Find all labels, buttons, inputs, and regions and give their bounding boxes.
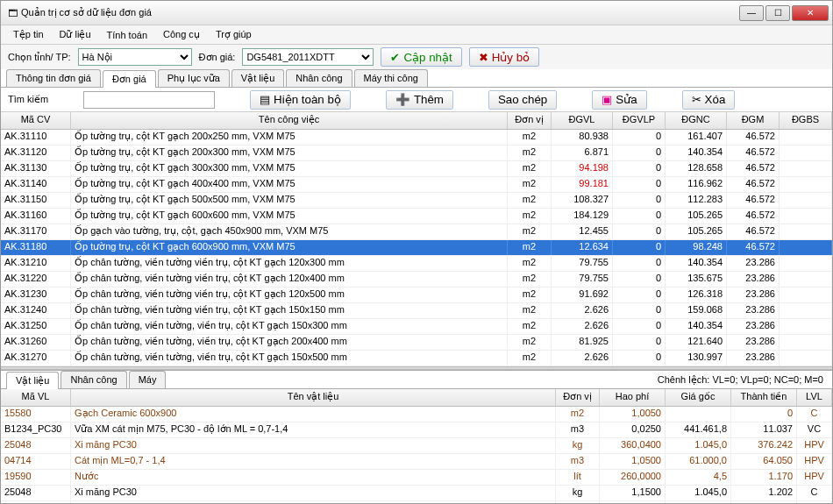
chenh-lech-info: Chênh lệch: VL=0; VLp=0; NC=0; M=0 <box>658 374 832 386</box>
col-dgvlp[interactable]: ĐGVLP <box>613 112 666 129</box>
minimize-button[interactable]: — <box>739 5 764 21</box>
material-row[interactable]: 25048Xi măng PC30kg1,15001.045,01.202C <box>1 486 832 501</box>
col-thanhtien[interactable]: Thành tiền <box>731 389 797 406</box>
col-donvi[interactable]: Đơn vị <box>508 112 552 129</box>
menu-công cụ[interactable]: Công cụ <box>156 27 207 42</box>
topbar: Chọn tỉnh/ TP: Hà Nội Đơn giá: DG5481_20… <box>1 45 832 69</box>
window-title: 🗔 Quản trị cơ sở dữ liệu đơn giá <box>4 7 739 18</box>
main-grid: Mã CV Tên công việc Đơn vị ĐGVL ĐGVLP ĐG… <box>1 112 832 366</box>
col-tenvl[interactable]: Tên vật liệu <box>71 389 556 406</box>
menu-trợ giúp[interactable]: Trợ giúp <box>209 27 259 42</box>
plus-icon: ➕ <box>395 93 410 106</box>
detail-grid-header: Mã VL Tên vật liệu Đơn vị Hao phí Giá gố… <box>1 389 832 407</box>
col-haophi[interactable]: Hao phí <box>600 389 666 406</box>
col-lvl[interactable]: LVL <box>797 389 832 406</box>
menu-dữ liệu[interactable]: Dữ liệu <box>53 27 98 42</box>
material-row[interactable]: B1234_PC30Vữa XM cát mịn M75, PC30 - độ … <box>1 422 832 438</box>
window: 🗔 Quản trị cơ sở dữ liệu đơn giá — ☐ ✕ T… <box>0 0 833 504</box>
table-row[interactable]: AK.31160Ốp tường trụ, cột KT gạch 600x60… <box>1 209 832 224</box>
province-label: Chọn tỉnh/ TP: <box>8 52 71 63</box>
app-icon: 🗔 <box>8 8 18 18</box>
close-button[interactable]: ✕ <box>792 5 829 21</box>
table-row[interactable]: AK.31170Ốp gạch vào tường, trụ, cột, gạc… <box>1 224 832 240</box>
table-row[interactable]: AK.31250Ốp chân tường, viền tường, viền … <box>1 319 832 335</box>
tab-1[interactable]: Đơn giá <box>103 70 156 88</box>
col-giagoc[interactable]: Giá gốc <box>666 389 731 406</box>
tab-3[interactable]: Vật liệu <box>231 69 284 87</box>
detail-grid-body[interactable]: 15580Gạch Ceramic 600x900m21,00500CB1234… <box>1 407 832 503</box>
menu-tính toán[interactable]: Tính toán <box>100 28 154 42</box>
material-row[interactable]: 25082Xi măng trắngkg0,13002.081,0271C <box>1 501 832 503</box>
maximize-button[interactable]: ☐ <box>765 5 790 21</box>
material-row[interactable]: 04714Cát mịn ML=0,7 - 1,4m31,050061.000,… <box>1 454 832 470</box>
tab-2[interactable]: Phụ lục vữa <box>158 69 230 87</box>
table-row[interactable]: AK.31220Ốp chân tường, viền tường viền t… <box>1 272 832 287</box>
window-controls: — ☐ ✕ <box>739 5 829 21</box>
col-dgnc[interactable]: ĐGNC <box>666 112 727 129</box>
col-macv[interactable]: Mã CV <box>1 112 71 129</box>
table-row[interactable]: AK.31260Ốp chân tường, viền tường, viền … <box>1 335 832 351</box>
material-row[interactable]: 15580Gạch Ceramic 600x900m21,00500C <box>1 407 832 422</box>
dongia-label: Đơn giá: <box>199 52 236 63</box>
tab-5[interactable]: Máy thi công <box>354 69 428 87</box>
material-row[interactable]: 19590Nướclít260,00004,51.170HPV <box>1 470 832 486</box>
tab-0[interactable]: Thông tin đơn giá <box>6 69 101 87</box>
table-row[interactable]: AK.31130Ốp tường trụ, cột KT gạch 300x30… <box>1 161 832 177</box>
grid-header: Mã CV Tên công việc Đơn vị ĐGVL ĐGVLP ĐG… <box>1 112 832 130</box>
update-button[interactable]: ✔Cập nhật <box>381 47 461 67</box>
table-row[interactable]: AK.31270Ốp chân tường, viền tường, viền … <box>1 351 832 366</box>
menubar: Tệp tinDữ liệuTính toánCông cụTrợ giúp <box>1 25 832 45</box>
detail-tabs: Vật liệuNhân côngMáy Chênh lệch: VL=0; V… <box>1 370 832 389</box>
col-tencv[interactable]: Tên công việc <box>71 112 508 129</box>
edit-icon: ▣ <box>602 93 612 106</box>
col-donvi2[interactable]: Đơn vị <box>556 389 600 406</box>
showall-button[interactable]: ▤Hiện toàn bộ <box>250 90 351 110</box>
x-icon: ✖ <box>479 51 488 64</box>
edit-button[interactable]: ▣Sửa <box>592 90 646 110</box>
toolbar: Tìm kiếm ▤Hiện toàn bộ ➕Thêm Sao chép ▣S… <box>1 88 832 112</box>
table-row[interactable]: AK.31120Ốp tường trụ, cột KT gạch 200x30… <box>1 146 832 161</box>
cancel-button[interactable]: ✖Hủy bỏ <box>469 47 539 67</box>
province-select[interactable]: Hà Nội <box>78 48 192 66</box>
add-button[interactable]: ➕Thêm <box>386 90 453 110</box>
col-mavl[interactable]: Mã VL <box>1 389 71 406</box>
search-input[interactable] <box>83 91 215 109</box>
menu-tệp tin[interactable]: Tệp tin <box>6 27 51 42</box>
delete-button[interactable]: ✂Xóa <box>682 90 736 110</box>
material-row[interactable]: 25048Xi măng PC30kg360,04001.045,0376.24… <box>1 438 832 454</box>
titlebar: 🗔 Quản trị cơ sở dữ liệu đơn giá — ☐ ✕ <box>1 1 832 25</box>
col-dgbs[interactable]: ĐGBS <box>780 112 832 129</box>
table-row[interactable]: AK.31150Ốp tường trụ, cột KT gạch 500x50… <box>1 193 832 209</box>
detail-tab-1[interactable]: Nhân công <box>61 371 126 388</box>
table-row[interactable]: AK.31140Ốp tường trụ, cột KT gạch 400x40… <box>1 177 832 193</box>
main-tabs: Thông tin đơn giáĐơn giáPhụ lục vữaVật l… <box>1 69 832 88</box>
delete-icon: ✂ <box>692 93 701 106</box>
dongia-select[interactable]: DG5481_2011XDTT <box>242 48 374 66</box>
search-label: Tìm kiếm <box>8 94 48 105</box>
col-dgm[interactable]: ĐGM <box>727 112 780 129</box>
copy-button[interactable]: Sao chép <box>488 90 557 110</box>
table-row[interactable]: AK.31230Ốp chân tường, viền tường viền t… <box>1 287 832 303</box>
detail-grid: Mã VL Tên vật liệu Đơn vị Hao phí Giá gố… <box>1 389 832 503</box>
title-text: Quản trị cơ sở dữ liệu đơn giá <box>21 7 152 18</box>
grid-body[interactable]: AK.31110Ốp tường trụ, cột KT gạch 200x25… <box>1 130 832 366</box>
list-icon: ▤ <box>260 93 270 106</box>
table-row[interactable]: AK.31110Ốp tường trụ, cột KT gạch 200x25… <box>1 130 832 146</box>
table-row[interactable]: AK.31180Ốp tường trụ, cột KT gạch 600x90… <box>1 240 832 256</box>
check-icon: ✔ <box>390 51 400 64</box>
tab-4[interactable]: Nhân công <box>286 69 352 87</box>
col-dgvl[interactable]: ĐGVL <box>552 112 613 129</box>
table-row[interactable]: AK.31210Ốp chân tường, viền tường viền t… <box>1 256 832 272</box>
detail-tab-0[interactable]: Vật liệu <box>6 372 59 389</box>
table-row[interactable]: AK.31240Ốp chân tường, viền tường viền t… <box>1 303 832 319</box>
detail-tab-2[interactable]: Máy <box>129 371 167 388</box>
